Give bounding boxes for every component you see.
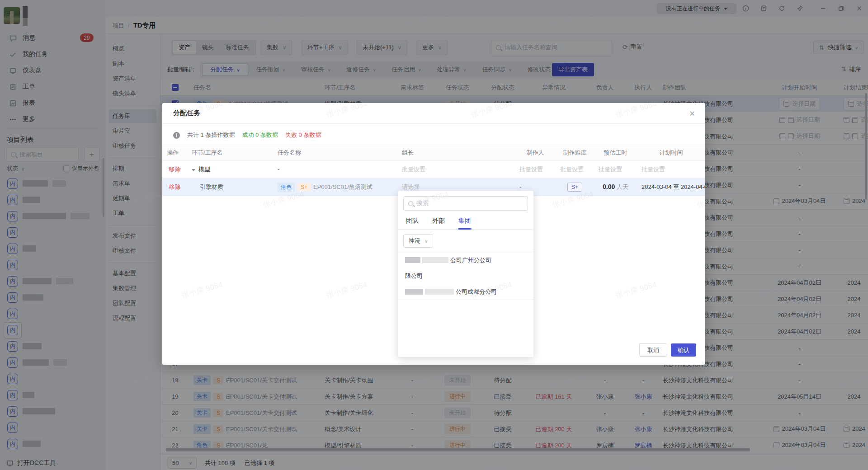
member-tab-外部[interactable]: 外部 [432,217,445,229]
maker-value[interactable]: - [515,184,556,191]
app-window: 没有正在进行中的任务 消息29我的任务仪表盘工单报表更多 项目 [0,0,868,470]
modal-column-header: 环节/工序名 [187,149,273,157]
org-name-suffix: 公司成都分公司 [456,288,497,296]
member-search-placeholder: 搜索 [417,199,429,207]
difficulty-select[interactable]: S+ [567,183,582,192]
estimate-cell[interactable]: 0.00 人天 [594,183,637,191]
modal-group-row: 移除 模型 - 批量设置 批量设置 批量设置 批量设置 批量设置 [162,161,705,178]
leader-picker-popup: 搜索 团队外部集团 神漫 ∨ 公司广州分公司限公司公司成都分公司 [398,191,533,357]
member-tab-集团[interactable]: 集团 [458,217,471,229]
modal-summary: i 共计 1 条操作数据 成功 0 条数据 失败 0 条数据 [162,124,705,145]
redacted-org-name [422,257,448,263]
batch-set-leader[interactable]: 批量设置 [402,166,425,173]
task-name: EP001/SC01/熬炳测试 [313,183,373,191]
modal-column-header: 任务名称 [273,149,397,157]
org-filter-label: 神漫 [409,237,420,245]
summary-fail: 失败 0 条数据 [285,131,321,139]
redacted-org-name [405,289,423,295]
divider [398,300,533,300]
modal-column-header: 组长 [397,149,515,157]
summary-total: 共计 1 条操作数据 [187,131,235,139]
modal-column-header: 计划时间 [637,149,705,157]
difficulty-tag: S+ [297,183,311,191]
modal-footer: 取消 确认 [639,343,696,357]
modal-table-header: 操作环节/工序名任务名称组长制作人制作难度预估工时计划时间 [162,145,705,161]
member-tab-团队[interactable]: 团队 [406,217,419,229]
batch-set-estimate[interactable]: 批量设置 [599,166,622,173]
modal-column-header: 制作难度 [556,149,594,157]
org-filter-select[interactable]: 神漫 ∨ [403,234,433,248]
modal-column-header: 操作 [162,149,187,157]
modal-column-header: 制作人 [515,149,556,157]
remove-task-button[interactable]: 移除 [169,183,181,190]
org-name-suffix: 公司广州分公司 [450,256,491,264]
remove-group-button[interactable]: 移除 [169,166,181,173]
confirm-button[interactable]: 确认 [671,343,696,357]
redacted-org-name [425,289,454,295]
batch-set-difficulty[interactable]: 批量设置 [560,166,584,173]
batch-set-maker[interactable]: 批量设置 [519,166,543,173]
org-name-suffix: 限公司 [405,272,423,280]
info-icon: i [173,132,180,139]
task-stage: 引擎材质 [187,183,273,191]
member-search-input[interactable]: 搜索 [403,196,528,211]
group-stage: 模型 [198,166,210,173]
summary-success: 成功 0 条数据 [242,131,278,139]
modal-title: 分配任务 [173,109,200,118]
member-org-item[interactable]: 公司成都分公司 [398,284,533,300]
chevron-down-icon: ∨ [425,239,428,244]
leader-select[interactable]: 请选择 [402,183,420,190]
modal-column-header: 预估工时 [594,149,637,157]
member-org-item[interactable]: 公司广州分公司 [398,252,533,268]
collapse-icon[interactable] [192,169,195,171]
modal-header: 分配任务 ✕ [162,103,705,124]
close-icon[interactable]: ✕ [687,108,697,118]
group-name: - [273,166,397,173]
plan-time-range[interactable]: 2024-03-04 至 2024-04-07 [637,183,705,191]
cancel-button[interactable]: 取消 [639,343,667,357]
member-org-item[interactable]: 限公司 [398,268,533,284]
search-icon [408,201,413,206]
member-tabs: 团队外部集团 [398,211,533,230]
batch-set-plan[interactable]: 批量设置 [642,166,665,173]
asset-type-tag: 角色 [278,183,295,192]
redacted-org-name [405,257,420,263]
